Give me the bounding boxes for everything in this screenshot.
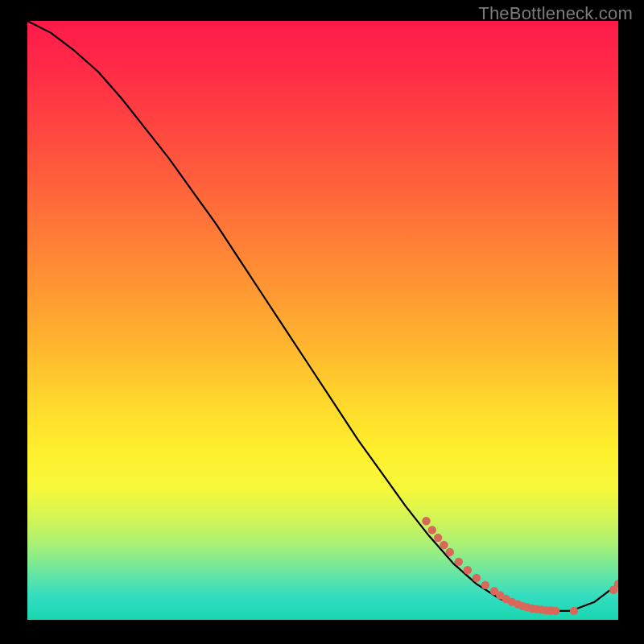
plot-gradient-background bbox=[27, 21, 618, 620]
watermark-label: TheBottleneck.com bbox=[478, 3, 633, 24]
chart-frame: TheBottleneck.com bbox=[0, 0, 644, 644]
